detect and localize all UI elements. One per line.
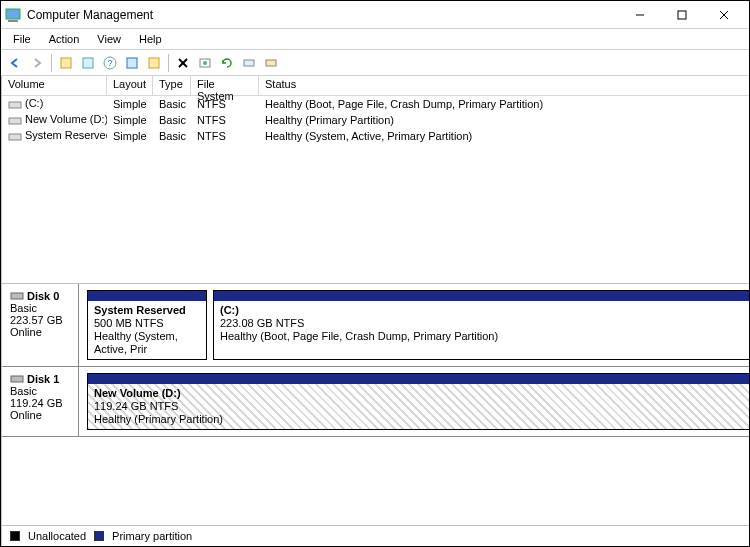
svg-rect-35 <box>9 118 21 124</box>
legend-unallocated-swatch <box>10 531 20 541</box>
svg-rect-0 <box>6 9 20 19</box>
svg-rect-6 <box>61 58 71 68</box>
svg-rect-34 <box>9 102 21 108</box>
titlebar: Computer Management <box>1 1 749 29</box>
close-button[interactable] <box>703 1 745 29</box>
disk-0-header[interactable]: Disk 0 Basic 223.57 GB Online <box>2 284 79 366</box>
svg-rect-37 <box>11 293 23 299</box>
menu-help[interactable]: Help <box>131 31 170 47</box>
volume-row[interactable]: System Reserved Simple Basic NTFS Health… <box>2 128 750 144</box>
menu-file[interactable]: File <box>5 31 39 47</box>
menu-action[interactable]: Action <box>41 31 88 47</box>
toolbar-btn-9[interactable] <box>239 53 259 73</box>
legend-unallocated-label: Unallocated <box>28 530 86 542</box>
disk-icon <box>10 374 24 384</box>
minimize-button[interactable] <box>619 1 661 29</box>
partition-system-reserved[interactable]: System Reserved500 MB NTFSHealthy (Syste… <box>87 290 207 360</box>
drive-icon <box>8 115 22 127</box>
toolbar-btn-10[interactable] <box>261 53 281 73</box>
partition-bar <box>88 374 750 384</box>
properties-button[interactable] <box>195 53 215 73</box>
col-type[interactable]: Type <box>153 76 191 95</box>
svg-rect-1 <box>8 20 18 22</box>
partition-bar <box>214 291 750 301</box>
toolbar-btn-5[interactable] <box>144 53 164 73</box>
disk-icon <box>10 291 24 301</box>
help-button[interactable]: ? <box>100 53 120 73</box>
app-icon <box>5 7 21 23</box>
col-layout[interactable]: Layout <box>107 76 153 95</box>
delete-button[interactable] <box>173 53 193 73</box>
disk-1-header[interactable]: Disk 1 Basic 119.24 GB Online <box>2 367 79 436</box>
svg-rect-36 <box>9 134 21 140</box>
window-title: Computer Management <box>27 8 619 22</box>
volume-list-header[interactable]: Volume Layout Type File System Status Ca <box>2 76 750 96</box>
legend-primary-swatch <box>94 531 104 541</box>
partition-d[interactable]: New Volume (D:)119.24 GB NTFSHealthy (Pr… <box>87 373 750 430</box>
back-button[interactable] <box>5 53 25 73</box>
svg-rect-10 <box>127 58 137 68</box>
partition-bar <box>88 291 206 301</box>
refresh-button[interactable] <box>217 53 237 73</box>
toolbar-btn-1[interactable] <box>56 53 76 73</box>
disk-graphical-view[interactable]: Disk 0 Basic 223.57 GB Online System Res… <box>2 284 750 525</box>
toolbar-btn-4[interactable] <box>122 53 142 73</box>
volume-list-scrollbar[interactable] <box>2 267 750 283</box>
col-volume[interactable]: Volume <box>2 76 107 95</box>
menubar: File Action View Help <box>1 29 749 50</box>
partition-c[interactable]: (C:)223.08 GB NTFSHealthy (Boot, Page Fi… <box>213 290 750 360</box>
col-status[interactable]: Status <box>259 76 750 95</box>
svg-rect-17 <box>266 60 276 66</box>
legend: Unallocated Primary partition <box>2 525 750 545</box>
volume-row[interactable]: (C:) Simple Basic NTFS Healthy (Boot, Pa… <box>2 96 750 112</box>
col-filesystem[interactable]: File System <box>191 76 259 95</box>
drive-icon <box>8 131 22 143</box>
drive-icon <box>8 99 22 111</box>
menu-view[interactable]: View <box>89 31 129 47</box>
svg-rect-16 <box>244 60 254 66</box>
svg-point-15 <box>203 61 207 65</box>
volume-list[interactable]: Volume Layout Type File System Status Ca… <box>2 76 750 284</box>
svg-rect-3 <box>678 11 686 19</box>
svg-rect-7 <box>83 58 93 68</box>
maximize-button[interactable] <box>661 1 703 29</box>
svg-rect-38 <box>11 376 23 382</box>
svg-text:?: ? <box>107 58 112 68</box>
forward-button[interactable] <box>27 53 47 73</box>
legend-primary-label: Primary partition <box>112 530 192 542</box>
volume-row[interactable]: New Volume (D:) Simple Basic NTFS Health… <box>2 112 750 128</box>
toolbar-btn-2[interactable] <box>78 53 98 73</box>
toolbar: ? <box>1 50 749 76</box>
svg-rect-11 <box>149 58 159 68</box>
